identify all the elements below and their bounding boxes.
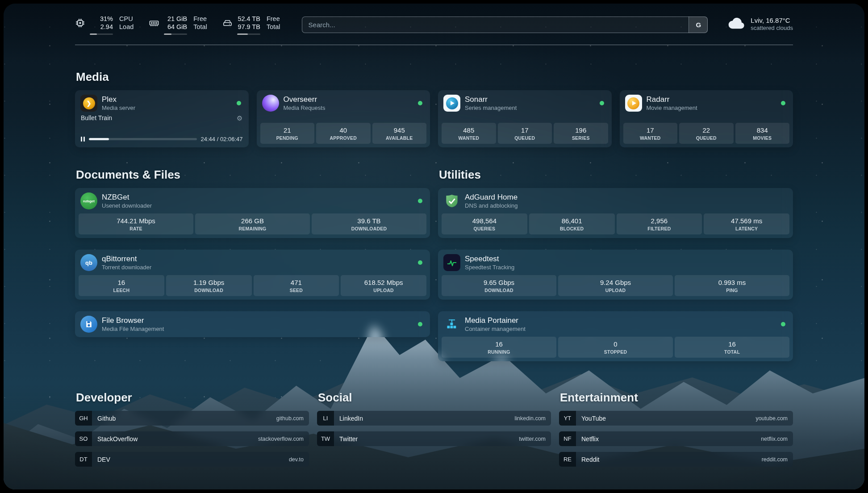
service-card-sonarr: Sonarr Series management 485 WANTED 17 Q… xyxy=(438,90,612,147)
stat-label: RATE xyxy=(79,226,192,231)
stat-running: 16 RUNNING xyxy=(442,337,556,358)
status-dot-qbittorrent xyxy=(418,260,422,265)
bookmark-abbr: TW xyxy=(317,431,334,446)
stat-value: 17 xyxy=(624,126,677,134)
service-link-nzbget[interactable]: nzbget NZBGet Usenet downloader xyxy=(79,192,426,210)
service-link-qbittorrent[interactable]: qb qBittorrent Torrent downloader xyxy=(79,253,426,272)
stat-wanted: 485 WANTED xyxy=(442,123,496,144)
stat-available: 945 AVAILABLE xyxy=(372,123,427,144)
service-link-radarr[interactable]: Radarr Movie management xyxy=(623,94,790,113)
weather-widget: Lviv, 16.87°C scattered clouds xyxy=(727,16,793,31)
stat-value: 834 xyxy=(736,126,789,134)
bookmark-reddit[interactable]: RE Reddit reddit.com xyxy=(559,452,793,467)
cpu-usage-bar-fill xyxy=(90,33,97,35)
stat-value: 2,956 xyxy=(618,217,701,225)
search-provider-button[interactable]: G xyxy=(689,17,708,33)
plex-playback-time: 24:44 / 02:06:47 xyxy=(201,136,243,142)
bookmark-name: Github xyxy=(97,415,116,422)
search-input[interactable] xyxy=(302,17,708,33)
stat-label: BLOCKED xyxy=(530,226,614,231)
bookmark-name: Twitter xyxy=(339,435,358,443)
service-link-sonarr[interactable]: Sonarr Series management xyxy=(442,94,608,113)
stat-label: RUNNING xyxy=(442,349,555,355)
bookmark-stackoverflow[interactable]: SO StackOverflow stackoverflow.com xyxy=(75,431,309,446)
cloud-icon xyxy=(727,16,746,31)
stat-label: LEECH xyxy=(79,288,163,293)
service-link-plex[interactable]: ❯ Plex Media server xyxy=(79,94,245,113)
bookmark-youtube[interactable]: YT YouTube youtube.com xyxy=(559,411,793,426)
disk-total-value: 97.9 TB xyxy=(237,23,260,31)
memory-free-value: 21 GiB xyxy=(164,15,187,23)
service-card-radarr: Radarr Movie management 17 WANTED 22 QUE… xyxy=(620,90,793,147)
cpu-load-label: Load xyxy=(119,23,134,31)
stat-value: 17 xyxy=(499,126,551,134)
bookmark-url: reddit.com xyxy=(762,456,788,463)
stat-value: 618.52 Mbps xyxy=(342,279,426,286)
section-title-utilities: Utilities xyxy=(439,168,793,182)
stat-label: DOWNLOADED xyxy=(313,226,426,231)
bookmark-twitter[interactable]: TW Twitter twitter.com xyxy=(317,431,551,446)
stat-value: 945 xyxy=(373,126,426,134)
bookmark-abbr: LI xyxy=(317,411,334,426)
bookmark-github[interactable]: GH Github github.com xyxy=(75,411,309,426)
service-link-overseerr[interactable]: Overseerr Media Requests xyxy=(260,94,427,113)
disk-free-label: Free xyxy=(267,15,280,23)
memory-widget: 21 GiB Free 64 GiB Total xyxy=(149,15,207,35)
stat-value: 498,564 xyxy=(442,217,526,225)
plex-icon: ❯ xyxy=(80,95,97,112)
stat-pending: 21 PENDING xyxy=(260,123,315,144)
service-desc-speedtest: Speedtest Tracking xyxy=(465,264,514,271)
service-desc-radarr: Movie management xyxy=(647,104,697,111)
service-name-portainer: Media Portainer xyxy=(465,316,526,325)
bookmark-url: dev.to xyxy=(289,456,304,463)
stat-value: 16 xyxy=(442,340,555,348)
stat-upload: 618.52 Mbps UPLOAD xyxy=(341,275,426,296)
plex-progress-bar[interactable] xyxy=(89,138,197,140)
topbar-divider xyxy=(75,45,793,45)
stat-queued: 22 QUEUED xyxy=(679,123,734,144)
stat-label: QUERIES xyxy=(442,226,526,231)
cpu-percent-label: CPU xyxy=(119,15,134,23)
bookmark-url: netflix.com xyxy=(761,436,788,442)
dashboard-content: 31% CPU 2.94 Load xyxy=(4,4,864,489)
bookmark-dev[interactable]: DT DEV dev.to xyxy=(75,452,309,467)
resource-widgets: 31% CPU 2.94 Load xyxy=(75,15,280,35)
service-card-filebrowser: File Browser Media File Management xyxy=(75,311,430,337)
service-link-portainer[interactable]: Media Portainer Container management xyxy=(442,315,789,334)
disk-usage-bar xyxy=(237,33,260,35)
bookmark-linkedin[interactable]: LI LinkedIn linkedin.com xyxy=(317,411,551,426)
dashboard-screen: 31% CPU 2.94 Load xyxy=(4,4,864,489)
bookmark-name: StackOverflow xyxy=(97,435,138,443)
service-link-adguard[interactable]: AdGuard Home DNS and adblocking xyxy=(442,192,789,210)
stat-download: 9.65 Gbps DOWNLOAD xyxy=(442,275,556,296)
stat-value: 266 GB xyxy=(196,217,309,225)
gear-icon[interactable]: ⚙ xyxy=(237,115,242,121)
service-link-filebrowser[interactable]: File Browser Media File Management xyxy=(79,315,426,334)
service-name-plex: Plex xyxy=(102,95,135,104)
bookmark-netflix[interactable]: NF Netflix netflix.com xyxy=(559,431,793,446)
stat-label: QUEUED xyxy=(680,135,733,141)
stat-value: 0 xyxy=(559,340,672,348)
stat-value: 0.993 ms xyxy=(676,279,789,286)
stat-upload: 9.24 Gbps UPLOAD xyxy=(558,275,673,296)
bookmark-name: YouTube xyxy=(581,415,606,422)
disk-widget: 52.4 TB Free 97.9 TB Total xyxy=(222,15,280,35)
plex-chevron-glyph: ❯ xyxy=(83,97,95,109)
stat-label: AVAILABLE xyxy=(373,135,426,141)
stat-label: SEED xyxy=(255,288,338,293)
stat-label: WANTED xyxy=(442,135,495,141)
stat-value: 471 xyxy=(255,279,338,286)
stat-value: 9.24 Gbps xyxy=(559,279,672,286)
service-link-speedtest[interactable]: Speedtest Speedtest Tracking xyxy=(442,253,789,272)
top-bar: 31% CPU 2.94 Load xyxy=(75,4,793,35)
pause-icon[interactable] xyxy=(81,137,85,142)
nzbget-icon: nzbget xyxy=(80,192,97,209)
service-name-filebrowser: File Browser xyxy=(102,316,164,325)
stat-value: 485 xyxy=(442,126,495,134)
stat-download: 1.19 Gbps DOWNLOAD xyxy=(166,275,252,296)
stat-blocked: 86,401 BLOCKED xyxy=(529,213,615,234)
section-title-developer: Developer xyxy=(76,391,309,405)
service-desc-adguard: DNS and adblocking xyxy=(465,202,518,209)
stat-movies: 834 MOVIES xyxy=(735,123,790,144)
adguard-icon xyxy=(443,192,460,209)
